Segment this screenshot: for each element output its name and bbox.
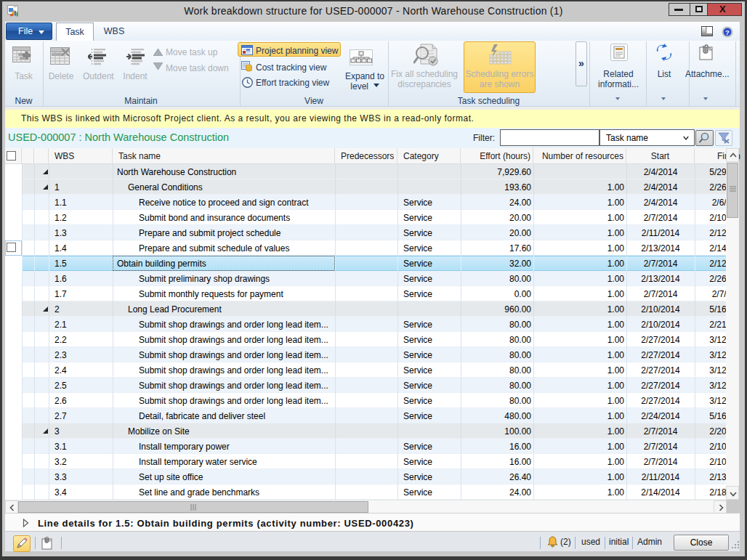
svg-text:?: ? (725, 28, 730, 36)
